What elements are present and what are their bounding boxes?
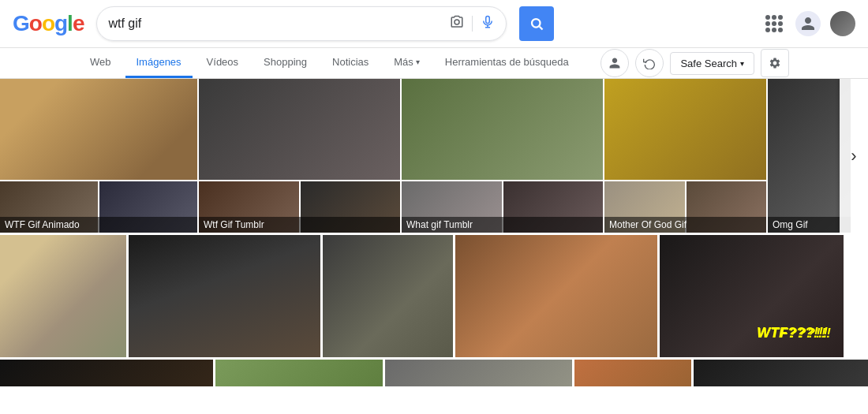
image-scroll: WTF Gif Animado Wtf Gif Tumblr [0, 79, 868, 386]
divider [472, 16, 473, 32]
header: Google [0, 0, 868, 48]
chevron-right-icon: › [851, 146, 856, 166]
image-cell-wtf-text[interactable]: WTF???!!! [660, 235, 844, 357]
nav-tools: Safe Search ▾ [600, 49, 789, 77]
tab-herramientas[interactable]: Herramientas de búsqueda [434, 48, 580, 78]
group-label-wtf-tumblr: Wtf Gif Tumblr [199, 217, 400, 233]
image-group-wtf-tumblr[interactable]: Wtf Gif Tumblr [199, 79, 400, 233]
search-button[interactable] [519, 6, 554, 41]
svg-point-0 [455, 20, 459, 24]
tab-web[interactable]: Web [79, 48, 122, 78]
image-cell-murtaugh[interactable] [574, 360, 691, 386]
chevron-down-icon: ▾ [740, 59, 744, 68]
image-row-3 [0, 357, 868, 386]
person-filter-button[interactable] [600, 49, 629, 77]
wtf-text-overlay: WTF???!!! [758, 326, 832, 341]
apps-icon[interactable] [762, 12, 786, 35]
image-cell-kanye[interactable] [0, 360, 213, 386]
image-group-wtf-animated[interactable]: WTF Gif Animado [0, 79, 197, 233]
image-cell-jack[interactable] [215, 360, 383, 386]
tab-mas[interactable]: Más▾ [383, 48, 431, 78]
mic-icon[interactable] [481, 15, 495, 33]
tab-videos[interactable]: Vídeos [196, 48, 249, 78]
svg-point-4 [532, 19, 541, 28]
next-arrow-button[interactable]: › [840, 79, 868, 233]
image-cell-eastwood[interactable] [323, 235, 453, 357]
safe-search-label: Safe Search [680, 58, 737, 69]
avatar-image [830, 11, 855, 36]
camera-icon[interactable] [450, 15, 464, 33]
image-cell-dark1[interactable] [129, 235, 320, 357]
header-right [762, 11, 855, 36]
image-cell-blond[interactable] [0, 235, 126, 357]
image-group-mother-god[interactable]: Mother Of God Gif [604, 79, 766, 233]
image-area: WTF Gif Animado Wtf Gif Tumblr [0, 79, 868, 386]
tab-shopping[interactable]: Shopping [253, 48, 318, 78]
search-input[interactable] [108, 17, 443, 31]
group-label-mother-god: Mother Of God Gif [604, 217, 766, 233]
group-label-omg: Omg Gif [768, 217, 851, 233]
search-button-icon [529, 17, 544, 31]
search-icons [450, 15, 495, 33]
nav-tabs: Web Imágenes Vídeos Shopping Noticias Má… [0, 48, 868, 79]
svg-rect-1 [486, 16, 490, 23]
image-cell-rock[interactable] [455, 235, 657, 357]
svg-line-5 [540, 27, 543, 30]
account-circle-icon[interactable] [795, 11, 821, 36]
settings-button[interactable] [761, 49, 789, 77]
image-cell-dark2[interactable] [694, 360, 868, 386]
image-cell-wahlberg[interactable] [385, 360, 572, 386]
image-group-what-tumblr[interactable]: What gif Tumblr [402, 79, 603, 233]
refresh-button[interactable] [635, 49, 664, 77]
image-row-2: WTF???!!! [0, 233, 868, 357]
safe-search-button[interactable]: Safe Search ▾ [670, 52, 754, 75]
thumbnail-strip: WTF Gif Animado Wtf Gif Tumblr [0, 79, 868, 233]
group-label-what-tumblr: What gif Tumblr [402, 217, 603, 233]
google-logo: Google [13, 11, 84, 36]
search-bar [96, 6, 507, 41]
avatar[interactable] [830, 11, 855, 36]
group-label-wtf-animated: WTF Gif Animado [0, 217, 197, 233]
tab-noticias[interactable]: Noticias [321, 48, 380, 78]
tab-imagenes[interactable]: Imágenes [125, 48, 193, 78]
image-group-omg[interactable]: Omg Gif [768, 79, 851, 233]
